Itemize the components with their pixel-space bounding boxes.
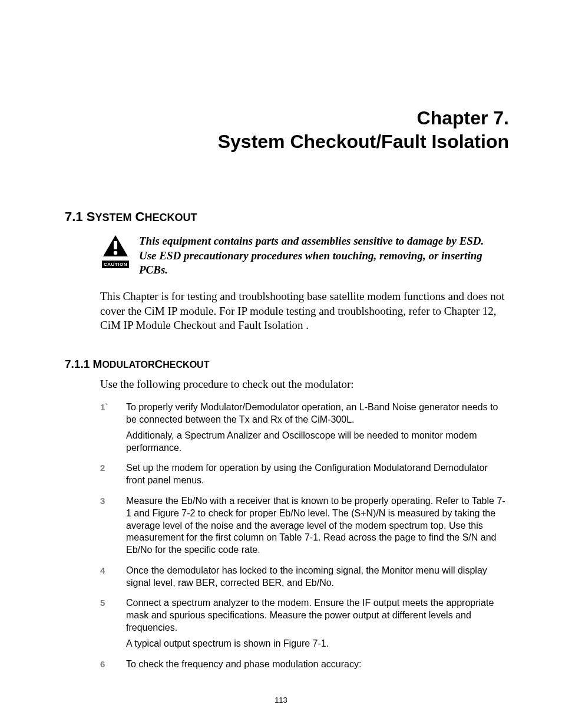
step-number: 3: [100, 495, 126, 506]
step-paragraph: To properly verify Modulator/Demodulator…: [126, 401, 509, 426]
subsection-heading: 7.1.1 MODULATORCHECKOUT: [65, 358, 509, 371]
step-body: Once the demodulator has locked to the i…: [126, 565, 509, 589]
subsection-title-cap2: C: [155, 358, 163, 370]
step-body: Connect a spectrum analyzer to the modem…: [126, 597, 509, 650]
step-number: 1`: [100, 401, 126, 412]
step-body: Set up the modem for operation by using …: [126, 462, 509, 487]
step-paragraph: Measure the Eb/No with a receiver that i…: [126, 495, 509, 556]
step-paragraph: Connect a spectrum analyzer to the modem…: [126, 597, 509, 634]
chapter-number: Chapter 7.: [417, 107, 509, 129]
step-number: 6: [100, 658, 126, 669]
chapter-title: Chapter 7. System Checkout/Fault Isolati…: [65, 106, 509, 153]
subsection-title-cap1: M: [93, 358, 103, 370]
section-heading: 7.1 SYSTEM CHECKOUT: [65, 209, 509, 225]
step-paragraph: Additionaly, a Spectrum Analizer and Osc…: [126, 430, 509, 454]
step-paragraph: A typical output spectrum is shown in Fi…: [126, 638, 509, 650]
step-body: To properly verify Modulator/Demodulator…: [126, 401, 509, 454]
steps-list: 1`To properly verify Modulator/Demodulat…: [65, 401, 509, 670]
step-paragraph: Once the demodulator has locked to the i…: [126, 565, 509, 589]
caution-icon: CAUTION: [100, 234, 131, 268]
section-title-small1: YSTEM: [95, 212, 131, 223]
document-page: Chapter 7. System Checkout/Fault Isolati…: [0, 0, 562, 728]
caution-text: This equipment contains parts and assemb…: [139, 234, 509, 278]
step-paragraph: Set up the modem for operation by using …: [126, 462, 509, 487]
caution-block: CAUTION This equipment contains parts an…: [100, 234, 509, 278]
section-title-small2: HECKOUT: [144, 212, 197, 223]
intro-paragraph: This Chapter is for testing and troublsh…: [100, 289, 509, 333]
svg-rect-1: [114, 241, 117, 249]
step-row: 3Measure the Eb/No with a receiver that …: [100, 495, 509, 556]
chapter-name: System Checkout/Fault Isolation: [218, 131, 509, 152]
step-row: 4Once the demodulator has locked to the …: [100, 565, 509, 589]
step-paragraph: To check the frequency and phase modulat…: [126, 658, 509, 671]
step-number: 2: [100, 462, 126, 473]
step-number: 5: [100, 597, 126, 608]
step-number: 4: [100, 565, 126, 575]
subsection-title-small1: ODULATOR: [102, 360, 154, 370]
step-row: 2Set up the modem for operation by using…: [100, 462, 509, 487]
step-body: Measure the Eb/No with a receiver that i…: [126, 495, 509, 556]
step-row: 6To check the frequency and phase modula…: [100, 658, 509, 671]
subsection-number: 7.1.1: [65, 358, 90, 370]
step-row: 5Connect a spectrum analyzer to the mode…: [100, 597, 509, 650]
page-number: 113: [0, 696, 562, 704]
section-title-cap2: C: [131, 209, 144, 224]
svg-point-2: [114, 251, 117, 255]
section-title-cap1: S: [87, 209, 95, 224]
section-number: 7.1: [65, 209, 83, 224]
caution-label: CAUTION: [102, 261, 129, 268]
subsection-title-small2: HECKOUT: [163, 360, 209, 370]
step-body: To check the frequency and phase modulat…: [126, 658, 509, 671]
procedure-intro: Use the following procedure to check out…: [100, 378, 509, 391]
step-row: 1`To properly verify Modulator/Demodulat…: [100, 401, 509, 454]
